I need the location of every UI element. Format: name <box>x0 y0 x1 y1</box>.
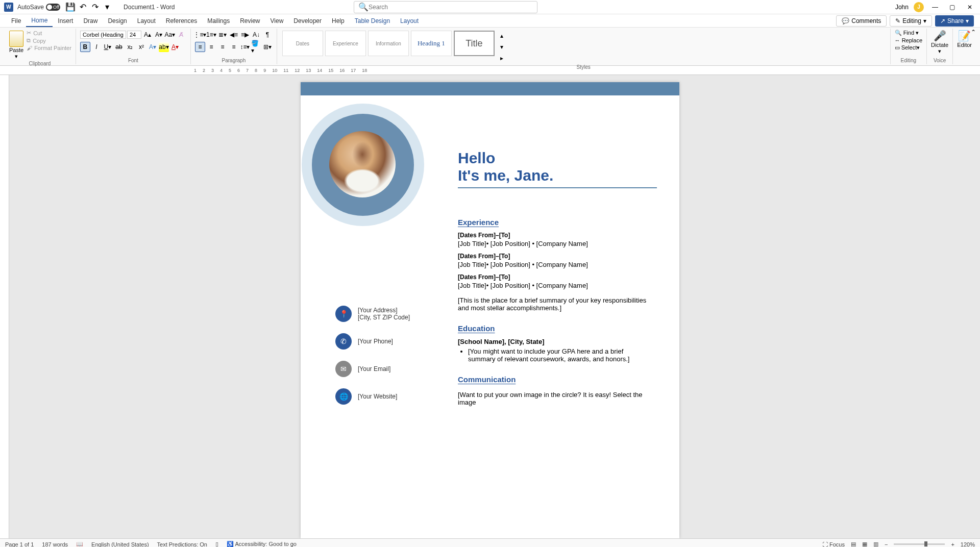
experience-heading[interactable]: Experience <box>458 218 664 227</box>
contact-website[interactable]: 🌐 [Your Website] <box>335 388 410 405</box>
shading-button[interactable]: 🪣▾ <box>251 42 261 52</box>
dictate-button[interactable]: 🎤 Dictate ▾ <box>931 30 948 55</box>
zoom-level[interactable]: 120% <box>961 541 975 548</box>
highlight-button[interactable]: ab▾ <box>159 42 169 52</box>
focus-button[interactable]: ⛶ Focus <box>822 541 845 548</box>
contact-phone[interactable]: ✆ [Your Phone] <box>335 333 410 350</box>
close-button[interactable]: ✕ <box>964 1 976 13</box>
tab-help[interactable]: Help <box>327 15 350 27</box>
cut-button[interactable]: ✂ Cut <box>27 30 71 36</box>
tab-insert[interactable]: Insert <box>53 15 78 27</box>
increase-indent-button[interactable]: ≡▶ <box>240 30 250 40</box>
education-bullet[interactable]: [You might want to include your GPA here… <box>468 347 652 363</box>
search-input[interactable] <box>369 4 533 11</box>
document-area[interactable]: Hello It's me, Jane. Experience [Dates F… <box>0 75 980 538</box>
customize-qat[interactable]: ▾ <box>103 3 112 12</box>
editing-mode-button[interactable]: ✎ Editing ▾ <box>890 15 932 27</box>
find-button[interactable]: 🔍 Find ▾ <box>895 30 922 36</box>
contact-email[interactable]: ✉ [Your Email] <box>335 361 410 377</box>
education-heading[interactable]: Education <box>458 324 664 333</box>
align-center-button[interactable]: ≡ <box>206 42 216 52</box>
tab-review[interactable]: Review <box>235 15 265 27</box>
minimize-button[interactable]: — <box>929 1 941 13</box>
restore-button[interactable]: ▢ <box>946 1 959 13</box>
align-right-button[interactable]: ≡ <box>217 42 228 52</box>
search-bar[interactable]: 🔍 <box>354 1 537 13</box>
font-color-button[interactable]: A▾ <box>170 42 180 52</box>
communication-text[interactable]: [Want to put your own image in the circl… <box>458 391 652 406</box>
paste-button[interactable]: Paste ▾ <box>8 30 24 61</box>
user-avatar[interactable]: J <box>914 2 924 12</box>
language-indicator[interactable]: English (United States) <box>91 541 149 548</box>
tab-layout[interactable]: Layout <box>132 15 161 27</box>
format-painter-button[interactable]: 🖌 Format Painter <box>27 45 71 51</box>
styles-down-button[interactable]: ▾ <box>497 42 507 52</box>
tab-layout2[interactable]: Layout <box>395 15 424 27</box>
styles-more-button[interactable]: ▸ <box>497 53 507 63</box>
macro-icon[interactable]: ▯ <box>215 541 218 547</box>
editor-button[interactable]: 📝 Editor <box>957 30 972 48</box>
undo-button[interactable]: ↶ <box>78 3 87 12</box>
style-title[interactable]: Title <box>454 31 495 56</box>
exp-dates-2[interactable]: [Dates From]–[To] <box>458 253 664 260</box>
shrink-font-button[interactable]: A▾ <box>154 30 164 40</box>
strikethrough-button[interactable]: ab <box>114 42 124 52</box>
autosave-toggle[interactable]: Off <box>46 4 60 11</box>
tab-developer[interactable]: Developer <box>288 15 327 27</box>
style-dates[interactable]: Dates <box>282 31 323 56</box>
collapse-ribbon-button[interactable]: ⌃ <box>971 29 976 36</box>
vertical-ruler[interactable] <box>0 75 9 538</box>
borders-button[interactable]: ⊞▾ <box>262 42 273 52</box>
replace-button[interactable]: ↔ Replace <box>895 37 922 43</box>
zoom-slider[interactable] <box>894 543 945 545</box>
exp-line-1[interactable]: [Job Title]• [Job Position] • [Company N… <box>458 240 664 247</box>
tab-draw[interactable]: Draw <box>78 15 103 27</box>
redo-button[interactable]: ↷ <box>90 3 100 12</box>
experience-summary[interactable]: [This is the place for a brief summary o… <box>458 296 652 312</box>
comments-button[interactable]: 💬 Comments <box>836 15 887 27</box>
hello-line2[interactable]: It's me, Jane. <box>458 167 664 184</box>
spell-check-icon[interactable]: 📖 <box>76 541 83 547</box>
select-button[interactable]: ▭ Select▾ <box>895 44 922 51</box>
save-button[interactable]: 💾 <box>66 3 75 12</box>
read-mode-button[interactable]: ▤ <box>851 541 856 547</box>
text-effects-button[interactable]: A▾ <box>148 42 158 52</box>
profile-photo[interactable] <box>329 131 396 197</box>
tab-view[interactable]: View <box>265 15 289 27</box>
multilevel-button[interactable]: ≣▾ <box>217 30 228 40</box>
grow-font-button[interactable]: A▴ <box>142 30 153 40</box>
superscript-button[interactable]: x² <box>136 42 146 52</box>
font-name-select[interactable] <box>80 31 126 39</box>
numbering-button[interactable]: 1≡▾ <box>206 30 216 40</box>
subscript-button[interactable]: x₂ <box>125 42 135 52</box>
italic-button[interactable]: I <box>91 42 102 52</box>
align-left-button[interactable]: ≡ <box>195 42 205 52</box>
justify-button[interactable]: ≡ <box>229 42 239 52</box>
change-case-button[interactable]: Aa▾ <box>165 30 175 40</box>
font-size-select[interactable] <box>127 31 141 39</box>
line-spacing-button[interactable]: ↕≡▾ <box>240 42 250 52</box>
styles-up-button[interactable]: ▴ <box>497 31 507 41</box>
bold-button[interactable]: B <box>80 42 90 52</box>
style-experience[interactable]: Experience <box>325 31 366 56</box>
page-indicator[interactable]: Page 1 of 1 <box>5 541 34 548</box>
sort-button[interactable]: A↓ <box>251 30 261 40</box>
tab-home[interactable]: Home <box>26 15 53 27</box>
decrease-indent-button[interactable]: ◀≡ <box>229 30 239 40</box>
exp-dates-1[interactable]: [Dates From]–[To] <box>458 232 664 239</box>
tab-mailings[interactable]: Mailings <box>202 15 235 27</box>
bullets-button[interactable]: ⋮≡▾ <box>195 30 205 40</box>
document-page[interactable]: Hello It's me, Jane. Experience [Dates F… <box>301 82 679 538</box>
print-layout-button[interactable]: ▦ <box>862 541 867 547</box>
text-predictions[interactable]: Text Predictions: On <box>157 541 207 548</box>
contact-address[interactable]: 📍 [Your Address] [City, ST ZIP Code] <box>335 306 410 322</box>
word-count[interactable]: 187 words <box>42 541 68 548</box>
exp-dates-3[interactable]: [Dates From]–[To] <box>458 274 664 281</box>
exp-line-3[interactable]: [Job Title]• [Job Position] • [Company N… <box>458 282 664 289</box>
tab-table-design[interactable]: Table Design <box>350 15 395 27</box>
communication-heading[interactable]: Communication <box>458 375 664 384</box>
accessibility-status[interactable]: ♿ Accessibility: Good to go <box>227 541 297 547</box>
show-marks-button[interactable]: ¶ <box>262 30 273 40</box>
school-line[interactable]: [School Name], [City, State] <box>458 338 664 345</box>
hello-line1[interactable]: Hello <box>458 150 664 167</box>
